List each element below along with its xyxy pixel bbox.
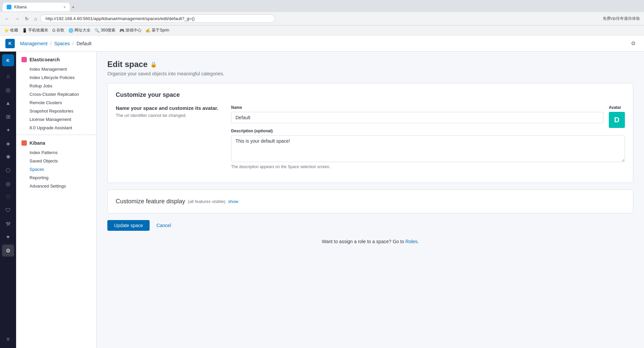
elasticsearch-section-header[interactable]: Elasticsearch [16,54,96,65]
form-section-desc: Name your space and customize its avatar… [116,105,223,118]
name-avatar-row: Name Avatar D [231,105,625,129]
form-row: Name your space and customize its avatar… [116,105,625,175]
browser-tab[interactable]: Kibana × [3,3,70,11]
name-input[interactable] [231,112,603,123]
nav-index-lifecycle-policies[interactable]: Index Lifecycle Policies [16,73,96,82]
breadcrumb-separator: / [50,41,52,46]
kibana-section-header[interactable]: Kibana [16,138,96,148]
uptime-nav-icon[interactable]: ♡ [2,191,14,203]
canvas-nav-icon[interactable]: ✦ [2,124,14,136]
tab-favicon [7,5,11,9]
ml-nav-icon[interactable]: ✺ [2,151,14,163]
top-app-bar: K Management / Spaces / Default ⚙ [0,36,644,52]
home-nav-icon[interactable]: ⌂ [2,70,14,82]
graph-nav-icon[interactable]: ⬡ [2,164,14,176]
customize-card-title: Customize your space [116,91,625,98]
sidebar-icon-rail: K ⌂ ◎ ▲ ⊞ ✦ ◈ ✺ ⬡ ◎ ♡ 🛡 ⚒ ♥ ⚙ ≡ [0,52,16,348]
footer-note: Want to assign a role to a space? Go to … [107,239,633,244]
footer-period: . [418,239,419,244]
nav-saved-objects[interactable]: Saved Objects [16,157,96,165]
tab-title: Kibana [14,5,26,9]
feature-show-link[interactable]: show [228,199,238,204]
page-subtitle: Organize your saved objects into meaning… [107,71,633,76]
cancel-button[interactable]: Cancel [155,220,172,231]
nav-cross-cluster-replication[interactable]: Cross-Cluster Replication [16,90,96,98]
kibana-section-icon [21,140,27,146]
apm-nav-icon[interactable]: ◎ [2,178,14,190]
name-form-group: Name [231,105,603,123]
nav-divider [16,135,96,135]
bookmark-item[interactable]: 🔍 360搜索 [95,27,115,33]
dashboard-nav-icon[interactable]: ⊞ [2,111,14,123]
home-button[interactable]: ⌂ [32,15,39,23]
back-button[interactable]: ← [3,15,11,23]
nav-remote-clusters[interactable]: Remote Clusters [16,98,96,107]
nav-index-management[interactable]: Index Management [16,65,96,73]
nav-upgrade-assistant[interactable]: 8.0 Upgrade Assistant [16,124,96,132]
nav-spaces[interactable]: Spaces [16,165,96,173]
discover-nav-icon[interactable]: ◎ [2,84,14,96]
main-content: Edit space 🔒 Organize your saved objects… [97,52,644,348]
action-row: Update space Cancel [107,220,633,231]
forward-button[interactable]: → [13,15,21,23]
bookmarks-bar: ⭐ 收藏 📱 手机收藏夹 G 谷歌 🌐 网址大全 🔍 360搜索 🎮 游戏中心 … [0,25,644,36]
breadcrumb: Management / Spaces / Default [20,41,92,46]
page-title-row: Edit space 🔒 [107,60,633,69]
description-textarea[interactable]: This is your default space! [231,135,625,162]
avatar-circle[interactable]: D [609,112,625,128]
nav-license-management[interactable]: License Management [16,115,96,124]
breadcrumb-management[interactable]: Management [20,41,48,46]
bookmark-item[interactable]: ⭐ 收藏 [4,27,18,33]
tab-close-button[interactable]: × [64,5,66,9]
siem-nav-icon[interactable]: 🛡 [2,204,14,216]
bookmark-item[interactable]: ✍ 基于Sprin [146,27,169,33]
maps-nav-icon[interactable]: ◈ [2,137,14,149]
feature-card-title-row: Customize feature display (all features … [116,198,625,205]
extension-vip: 免费vip传奇邀你体验 [601,15,641,22]
nav-panel: Elasticsearch Index Management Index Lif… [16,52,97,348]
kibana-section-title: Kibana [30,140,45,146]
page-title: Edit space [107,60,148,69]
breadcrumb-spaces[interactable]: Spaces [54,41,70,46]
elasticsearch-section-title: Elasticsearch [30,57,60,62]
description-label: Description (optional) [231,129,625,133]
bookmark-item[interactable]: 🎮 游戏中心 [119,27,142,33]
elasticsearch-section-icon [21,57,27,62]
lock-icon: 🔒 [150,61,157,68]
bookmark-item[interactable]: 📱 手机收藏夹 [22,27,48,33]
feature-card-title-text: Customize feature display [116,198,185,205]
breadcrumb-separator: / [72,41,74,46]
avatar-label: Avatar [609,105,625,110]
feature-visible-text: (all features visible) [188,199,225,204]
collapse-nav-icon[interactable]: ≡ [2,333,14,345]
customize-space-card: Customize your space Name your space and… [107,83,633,183]
breadcrumb-current: Default [76,41,91,46]
refresh-button[interactable]: ↻ [23,15,31,23]
description-form-group: Description (optional) This is your defa… [231,129,625,169]
form-fields: Name Avatar D Description (option [231,105,625,175]
address-bar[interactable] [40,14,275,23]
nav-index-patterns[interactable]: Index Patterns [16,148,96,157]
new-tab-button[interactable]: + [70,3,76,11]
nav-reporting[interactable]: Reporting [16,173,96,182]
form-section-heading: Name your space and customize its avatar… [116,105,223,111]
kibana-logo-icon[interactable]: K [2,54,14,66]
name-label: Name [231,105,603,110]
devtools-nav-icon[interactable]: ⚒ [2,218,14,230]
update-space-button[interactable]: Update space [107,220,150,231]
bookmark-item[interactable]: G 谷歌 [52,27,64,33]
bookmark-item[interactable]: 🌐 网址大全 [68,27,91,33]
form-section-subdesc: The url identifier cannot be changed. [116,113,223,118]
feature-display-card: Customize feature display (all features … [107,190,633,213]
nav-snapshot-repositories[interactable]: Snapshot Repositories [16,107,96,115]
visualize-nav-icon[interactable]: ▲ [2,97,14,109]
description-hint: The description appears on the Space sel… [231,164,625,169]
nav-advanced-settings[interactable]: Advanced Settings [16,182,96,190]
monitoring-nav-icon[interactable]: ♥ [2,231,14,243]
roles-link[interactable]: Roles [406,239,418,244]
management-nav-icon[interactable]: ⚙ [2,245,14,257]
name-field-wrap: Name [231,105,603,129]
footer-note-text: Want to assign a role to a space? Go to [322,239,404,244]
nav-rollup-jobs[interactable]: Rollup Jobs [16,82,96,90]
settings-icon-button[interactable]: ⚙ [628,38,639,49]
